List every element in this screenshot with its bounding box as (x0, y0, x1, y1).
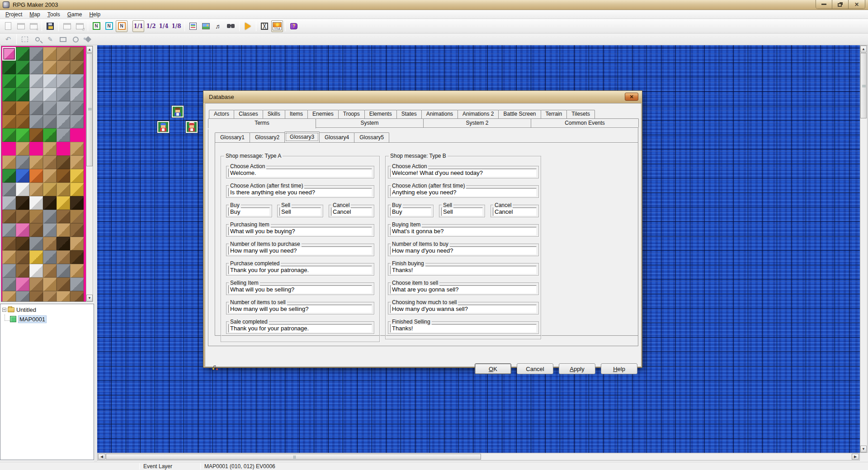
scroll-up-icon[interactable]: ▲ (86, 46, 93, 53)
input-a-selling-item[interactable] (228, 285, 372, 294)
palette-tile[interactable] (43, 142, 57, 155)
zoom-1-4-icon[interactable]: 1/4 (158, 20, 170, 32)
palette-tile[interactable] (43, 210, 57, 223)
palette-tile[interactable] (2, 101, 16, 115)
cancel-button[interactable]: Cancel (517, 363, 553, 374)
palette-tile[interactable] (57, 47, 70, 61)
input-b-finish-buying[interactable] (390, 266, 537, 274)
palette-tile[interactable] (16, 88, 29, 101)
scroll-right-icon[interactable]: ▶ (852, 454, 859, 460)
palette-tile[interactable] (2, 250, 16, 264)
palette-tile[interactable] (70, 264, 84, 277)
input-b-how-much-sell[interactable] (390, 305, 537, 313)
tab-actors[interactable]: Actors (209, 110, 234, 118)
palette-tile[interactable] (29, 250, 43, 264)
palette-tile[interactable] (70, 183, 84, 196)
palette-tile[interactable] (70, 210, 84, 223)
tab-classes[interactable]: Classes (234, 110, 263, 118)
palette-tile[interactable] (29, 223, 43, 237)
palette-tile[interactable] (57, 223, 70, 237)
tab-enemies[interactable]: Enemies (307, 110, 339, 118)
palette-tile[interactable] (16, 250, 29, 264)
palette-tile[interactable] (70, 115, 84, 128)
palette-tile[interactable] (2, 210, 16, 223)
help-button[interactable]: Help (601, 363, 637, 374)
tab-battle-screen[interactable]: Battle Screen (498, 110, 541, 118)
help-contents-icon[interactable]: ? (288, 20, 300, 32)
ok-button[interactable]: OK (475, 363, 511, 374)
map-horizontal-scrollbar[interactable]: ◀ ▶ (97, 453, 860, 461)
input-b-cancel[interactable] (493, 207, 537, 216)
scroll-left-icon[interactable]: ◀ (98, 454, 105, 460)
ellipse-tool-icon[interactable] (70, 33, 81, 45)
input-a-cancel[interactable] (331, 207, 372, 216)
palette-tile[interactable] (43, 264, 57, 277)
palette-tile[interactable] (16, 128, 29, 142)
palette-tile[interactable] (16, 47, 29, 61)
tab-glossary4[interactable]: Glossary4 (319, 132, 354, 142)
palette-tile[interactable] (2, 223, 16, 237)
restore-button[interactable] (832, 0, 849, 9)
palette-tile[interactable] (57, 196, 70, 210)
palette-tile[interactable] (57, 291, 70, 302)
palette-tile[interactable] (16, 142, 29, 155)
input-a-choose-action-after[interactable] (228, 188, 372, 197)
minimize-button[interactable] (816, 0, 832, 9)
tree-collapse-icon[interactable] (2, 308, 6, 312)
tab-elements[interactable]: Elements (364, 110, 397, 118)
palette-tile[interactable] (2, 88, 16, 101)
upper-layer-icon[interactable]: N (103, 20, 115, 32)
palette-tile[interactable] (2, 277, 16, 291)
input-b-buy[interactable] (390, 207, 431, 216)
palette-tile[interactable] (57, 74, 70, 88)
palette-tile[interactable] (57, 88, 70, 101)
resource-manager-icon[interactable] (200, 20, 212, 32)
palette-tile[interactable] (16, 155, 29, 169)
redo-icon[interactable]: ↺ (74, 20, 85, 32)
close-window-button[interactable]: ✕ (849, 0, 865, 9)
map-vscroll-thumb[interactable] (860, 53, 867, 118)
palette-tile[interactable] (29, 115, 43, 128)
tab-animations[interactable]: Animations (421, 110, 458, 118)
palette-tile[interactable] (70, 88, 84, 101)
palette-tile[interactable] (43, 196, 57, 210)
palette-tile[interactable] (57, 237, 70, 250)
palette-tile[interactable] (2, 196, 16, 210)
palette-tile[interactable] (43, 277, 57, 291)
dialog-titlebar[interactable]: Database ✕ (203, 91, 642, 103)
new-project-icon[interactable] (2, 20, 14, 32)
palette-tile[interactable] (70, 291, 84, 302)
tab-system-2[interactable]: System 2 (423, 118, 531, 127)
palette-tile[interactable] (43, 155, 57, 169)
tile-palette[interactable] (1, 46, 86, 302)
music-icon[interactable]: ♬ (212, 20, 224, 32)
palette-tile[interactable] (57, 128, 70, 142)
palette-tile[interactable] (43, 223, 57, 237)
open-project-icon[interactable] (15, 20, 27, 32)
apply-button[interactable]: Apply (559, 363, 595, 374)
palette-tile[interactable] (29, 291, 43, 302)
tree-row-map[interactable]: MAP0001 (0, 315, 94, 323)
input-a-choose-action[interactable] (228, 169, 372, 177)
palette-tile[interactable] (29, 277, 43, 291)
input-b-num-buy[interactable] (390, 246, 537, 255)
palette-tile[interactable] (29, 183, 43, 196)
menu-map[interactable]: Map (26, 11, 43, 18)
tab-animations-2[interactable]: Animations 2 (458, 110, 499, 118)
palette-tile[interactable] (2, 47, 16, 61)
app-titlebar[interactable]: RPG Maker 2003 ✕ (0, 0, 868, 10)
dialog-close-button[interactable]: ✕ (625, 93, 638, 101)
palette-tile[interactable] (57, 101, 70, 115)
playtest-icon[interactable] (242, 20, 254, 32)
input-b-choose-sell[interactable] (390, 285, 537, 294)
palette-tile[interactable] (16, 277, 29, 291)
save-icon[interactable] (44, 20, 56, 32)
palette-tile[interactable] (29, 210, 43, 223)
palette-tile[interactable] (57, 169, 70, 183)
undo-icon[interactable] (61, 20, 73, 32)
pen-tool-icon[interactable]: ✎ (44, 33, 56, 45)
palette-tile[interactable] (70, 101, 84, 115)
palette-tile[interactable] (2, 155, 16, 169)
palette-tile[interactable] (16, 61, 29, 74)
show-title-icon[interactable]: TITLE (271, 20, 283, 32)
